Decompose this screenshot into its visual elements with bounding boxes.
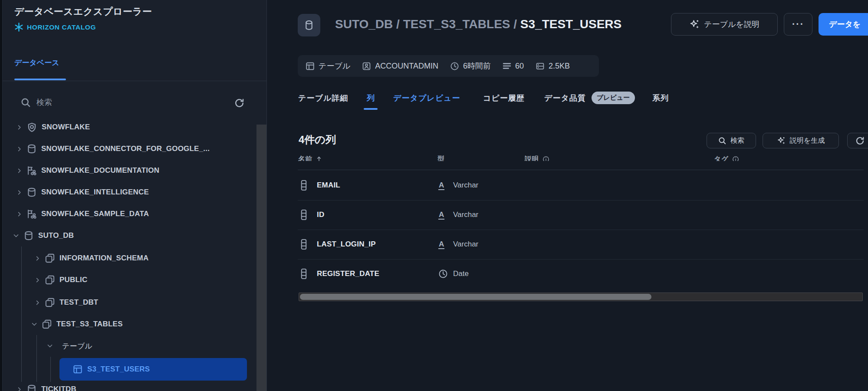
chevron-right-icon[interactable] [35,277,40,283]
tree-item-snowflake-documentation[interactable]: SNOWFLAKE_DOCUMENTATION [16,163,159,178]
tab-data-preview[interactable]: データプレビュー [393,93,460,103]
tree-item-s3-test-users[interactable]: S3_TEST_USERS [59,358,247,381]
tree-guide-line [36,335,37,382]
table-icon [306,62,315,71]
tree-item-snowflake-connector[interactable]: SNOWFLAKE_CONNECTOR_FOR_GOOGLE_... [16,141,210,156]
schema-icon [45,298,55,307]
horizon-catalog-brand: HORIZON CATALOG [14,23,96,32]
tab-columns[interactable]: 列 [367,93,375,103]
column-glyph-icon [299,268,308,279]
database-icon [27,384,36,391]
tree-guide-line [50,357,51,382]
chevron-right-icon[interactable] [16,387,22,391]
rows-icon [503,62,511,70]
letter-case-icon: A [438,181,444,190]
chevron-down-icon[interactable] [31,321,37,327]
ellipsis-icon: ··· [792,19,804,30]
breadcrumb-current: S3_TEST_USERS [520,17,621,31]
chevron-right-icon[interactable] [16,211,22,217]
sidebar-search-input[interactable]: 検索 [21,97,52,108]
tab-table-details[interactable]: テーブル詳細 [298,93,348,103]
active-tab-underline [364,108,378,110]
column-glyph-icon [299,180,308,191]
tab-lineage[interactable]: 系列 [652,93,669,103]
sparkles-icon [689,19,700,30]
generate-descriptions-label: 説明を生成 [790,136,825,145]
sort-ascending-icon[interactable] [316,155,322,161]
column-header-description[interactable]: 説明 [525,155,577,161]
tree-item-tickitdb[interactable]: TICKITDB [16,382,76,391]
schema-icon [45,275,55,285]
columns-search-button[interactable]: 検索 [707,133,756,148]
more-actions-button[interactable]: ··· [784,13,812,36]
chevron-down-icon[interactable] [47,343,53,349]
breadcrumb-parents[interactable]: SUTO_DB / TEST_S3_TABLES / [335,17,520,31]
tree-item-snowflake-sample-data[interactable]: SNOWFLAKE_SAMPLE_DATA [16,207,149,221]
chevron-right-icon[interactable] [16,168,22,174]
shared-database-icon [27,209,36,219]
schema-icon [42,319,52,329]
database-icon [303,20,315,31]
chevron-right-icon[interactable] [16,125,22,130]
column-header-type[interactable]: 型 [437,155,455,161]
chevron-right-icon[interactable] [16,146,22,152]
chevron-right-icon[interactable] [16,190,22,195]
brand-label: HORIZON CATALOG [27,23,96,31]
letter-case-icon: A [438,210,444,220]
horizontal-scrollbar-track[interactable] [299,292,863,301]
meta-object-type: テーブル [306,61,350,71]
table-row-register-date[interactable]: REGISTER_DATE Date [298,259,864,289]
tree-item-tables-group[interactable]: テーブル [47,338,92,353]
sparkles-icon [777,136,786,145]
tree-item-snowflake-intelligence[interactable]: SNOWFLAKE_INTELLIGENCE [16,185,149,200]
shared-database-icon [27,166,36,175]
database-icon [24,231,33,240]
tab-copy-history[interactable]: コピー履歴 [483,93,525,103]
horizontal-scrollbar-thumb[interactable] [300,294,651,300]
role-badge-icon [362,62,371,71]
tab-data-quality[interactable]: データ品質 [544,93,586,103]
storage-icon [536,62,545,71]
chevron-right-icon[interactable] [35,256,40,261]
tree-item-snowflake[interactable]: SNOWFLAKE [16,120,90,135]
database-icon [27,187,36,197]
table-row-last-login-ip[interactable]: LAST_LOGIN_IP A Varchar [298,230,864,259]
column-header-tags[interactable]: タグ [714,155,762,161]
search-placeholder: 検索 [36,97,52,108]
table-row-id[interactable]: ID A Varchar [298,200,864,230]
table-icon [73,365,82,374]
snowflake-logo-icon [14,23,23,32]
column-header-name[interactable]: 名前 [298,155,346,161]
meta-last-updated: 6時間前 [450,61,491,71]
columns-refresh-button[interactable] [847,133,868,148]
sidebar-tab-databases[interactable]: データベース [14,58,59,68]
table-header-divider [298,170,864,170]
query-data-button[interactable]: データを [819,13,868,36]
search-icon [21,98,30,107]
info-icon [542,155,549,161]
database-explorer-sidebar: データベースエクスプローラー HORIZON CATALOG データベース 検索 [0,0,267,391]
column-glyph-icon [299,239,308,250]
table-row-email[interactable]: EMAIL A Varchar [298,171,864,200]
info-icon [732,155,739,161]
columns-count-title: 4件の列 [299,133,336,147]
tree-item-test-s3-tables[interactable]: TEST_S3_TABLES [31,317,123,332]
tree-item-suto-db[interactable]: SUTO_DB [13,228,74,243]
tree-item-information-schema[interactable]: INFORMATION_SCHEMA [35,251,148,266]
generate-descriptions-button[interactable]: 説明を生成 [763,133,839,148]
left-edge-strip [0,0,3,391]
chevron-down-icon[interactable] [13,233,19,239]
describe-table-button[interactable]: テーブルを説明 [671,13,778,36]
sidebar-refresh-icon[interactable] [234,98,244,108]
chevron-right-icon[interactable] [35,300,40,306]
clock-icon [438,269,448,279]
breadcrumb[interactable]: SUTO_DB / TEST_S3_TABLES / S3_TEST_USERS [335,17,621,31]
columns-search-label: 検索 [730,136,744,145]
sidebar-header-divider [0,81,267,81]
tree-item-test-dbt[interactable]: TEST_DBT [35,295,98,310]
schema-icon [45,253,55,263]
sidebar-vertical-scrollbar[interactable] [256,125,266,391]
tree-item-public[interactable]: PUBLIC [35,273,87,287]
database-icon [27,144,36,154]
shield-database-icon [27,122,37,132]
